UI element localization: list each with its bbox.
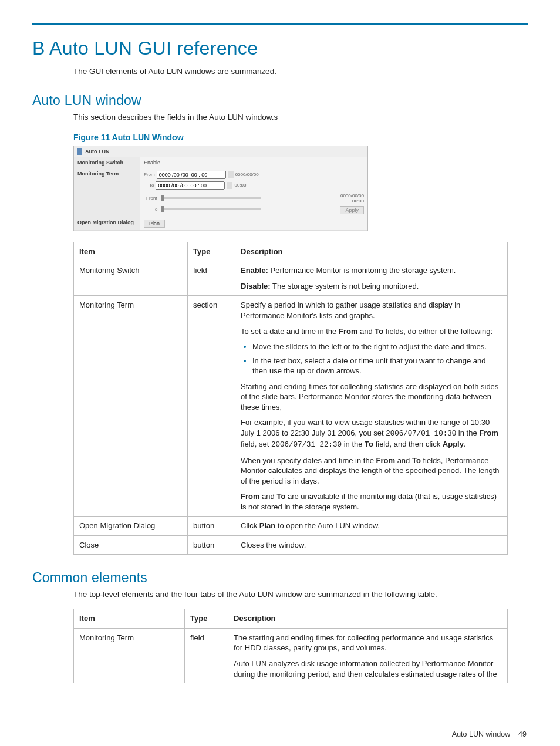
table-row: Monitoring Term section Specify a period… xyxy=(74,296,508,517)
cell-desc: The starting and ending times for collec… xyxy=(228,628,508,683)
page-footer: Auto LUN window 49 xyxy=(32,730,528,738)
to-label: To xyxy=(144,183,154,188)
open-migration-label: Open Migration Dialog xyxy=(74,217,140,230)
page-title: B Auto LUN GUI reference xyxy=(32,38,528,59)
section-auto-lun-window: Auto LUN window xyxy=(32,93,528,109)
monitoring-switch-value: Enable xyxy=(140,157,367,168)
from-label: From xyxy=(144,172,155,177)
auto-lun-window-mock: Auto LUN Monitoring Switch Enable Monito… xyxy=(73,146,368,231)
col-description: Description xyxy=(228,609,508,629)
cell-item: Monitoring Term xyxy=(74,628,185,683)
monitoring-switch-label: Monitoring Switch xyxy=(74,157,140,168)
cell-type: section xyxy=(188,296,235,517)
cell-item: Monitoring Switch xyxy=(74,261,188,296)
footer-page-number: 49 xyxy=(518,730,527,738)
cell-item: Monitoring Term xyxy=(74,296,188,517)
titlebar-icon xyxy=(77,148,82,155)
section1-intro: This section describes the fields in the… xyxy=(73,112,528,123)
table-row: Close button Closes the window. xyxy=(74,535,508,555)
intro-text: The GUI elements of Auto LUN windows are… xyxy=(73,66,528,77)
to-datetime-input[interactable] xyxy=(156,181,225,190)
cell-type: field xyxy=(188,261,235,296)
figure-caption: Figure 11 Auto LUN Window xyxy=(73,133,528,142)
table-row: Monitoring Switch field Enable: Performa… xyxy=(74,261,508,296)
from-spinner[interactable] xyxy=(228,171,234,178)
cell-desc: Enable: Performance Monitor is monitorin… xyxy=(235,261,508,296)
footer-section: Auto LUN window xyxy=(452,730,510,738)
cell-type: field xyxy=(185,628,228,683)
col-type: Type xyxy=(188,242,235,261)
to-slider[interactable] xyxy=(161,208,261,210)
to-spinner[interactable] xyxy=(227,182,232,189)
col-type: Type xyxy=(185,609,228,629)
auto-lun-fields-table: Item Type Description Monitoring Switch … xyxy=(73,242,508,555)
cell-desc: Specify a period in which to gather usag… xyxy=(235,296,508,517)
from-legend-date: 0000/00/00 xyxy=(235,172,259,177)
cell-desc: Closes the window. xyxy=(235,535,508,555)
range-end-time: 00:00 xyxy=(340,198,364,204)
table-row: Open Migration Dialog button Click Plan … xyxy=(74,517,508,536)
section-common-elements: Common elements xyxy=(32,570,528,586)
window-titlebar: Auto LUN xyxy=(74,146,367,157)
table-row: Monitoring Term field The starting and e… xyxy=(74,628,508,683)
slider-to-label: To xyxy=(146,207,157,212)
col-description: Description xyxy=(235,242,508,261)
range-end-date: 0000/00/00 xyxy=(340,193,364,198)
cell-item: Close xyxy=(74,535,188,555)
apply-button[interactable]: Apply xyxy=(340,206,364,214)
slider-from-label: From xyxy=(146,195,157,201)
cell-desc: Click Plan to open the Auto LUN window. xyxy=(235,517,508,536)
cell-type: button xyxy=(188,517,235,536)
col-item: Item xyxy=(74,242,188,261)
from-datetime-input[interactable] xyxy=(157,171,226,179)
top-rule xyxy=(32,23,528,25)
monitoring-term-label: Monitoring Term xyxy=(74,168,140,217)
col-item: Item xyxy=(74,609,185,629)
plan-button[interactable]: Plan xyxy=(144,220,165,228)
section2-intro: The top-level elements and the four tabs… xyxy=(73,589,528,600)
from-slider[interactable] xyxy=(161,197,261,199)
cell-item: Open Migration Dialog xyxy=(74,517,188,536)
to-legend-time: 00:00 xyxy=(234,183,246,188)
cell-type: button xyxy=(188,535,235,555)
common-elements-table: Item Type Description Monitoring Term fi… xyxy=(73,609,508,683)
window-title: Auto LUN xyxy=(85,148,110,154)
